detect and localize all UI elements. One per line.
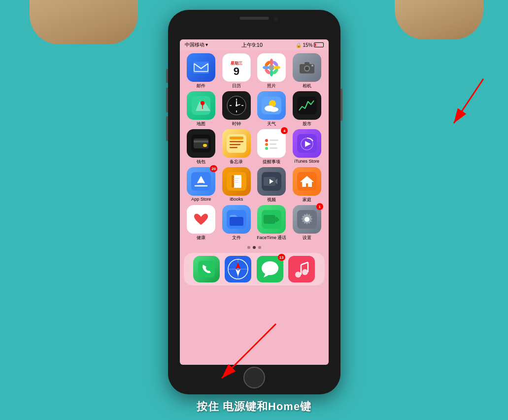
app-mail[interactable]: 邮件: [185, 53, 218, 89]
svg-point-15: [305, 67, 309, 70]
svg-point-89: [302, 269, 308, 275]
app-photos-label: 照片: [267, 83, 276, 89]
svg-rect-60: [234, 178, 239, 179]
svg-rect-39: [230, 141, 243, 142]
svg-point-7: [263, 66, 270, 70]
app-settings[interactable]: 1 设置: [290, 205, 324, 241]
app-appstore[interactable]: 20 App Store: [185, 167, 218, 203]
dock: 13: [184, 253, 325, 285]
battery-info: 🔒 15%: [296, 42, 323, 48]
app-camera[interactable]: 相机: [290, 53, 324, 89]
calendar-day: 9: [234, 66, 239, 77]
home-button[interactable]: [243, 367, 265, 388]
svg-point-85: [262, 261, 278, 275]
svg-rect-35: [194, 139, 208, 148]
app-stocks-label: 股市: [303, 121, 311, 127]
svg-rect-41: [230, 147, 237, 148]
dock-messages[interactable]: 13: [257, 256, 283, 282]
app-grid: 邮件 星期三 9 日历: [180, 50, 329, 244]
svg-point-88: [295, 272, 301, 278]
svg-point-17: [311, 65, 313, 67]
app-weather-label: 天气: [267, 121, 276, 127]
app-homeapp[interactable]: 家庭: [290, 167, 324, 203]
battery-bar: [314, 42, 324, 47]
app-files[interactable]: 文件: [220, 205, 253, 241]
svg-rect-37: [203, 144, 207, 147]
app-itunes-label: iTunes Store: [294, 159, 319, 164]
battery-lock-icon: 🔒: [296, 42, 302, 48]
svg-rect-62: [234, 182, 239, 183]
speaker-grill: [239, 17, 269, 20]
app-camera-label: 相机: [303, 83, 311, 89]
svg-rect-70: [230, 217, 243, 226]
app-appstore-label: App Store: [191, 197, 211, 202]
app-calendar-label: 日历: [232, 83, 241, 89]
app-mail-label: 邮件: [197, 83, 205, 89]
svg-point-32: [269, 107, 278, 112]
app-videos[interactable]: 视频: [255, 167, 289, 203]
app-calendar[interactable]: 星期三 9 日历: [220, 53, 253, 89]
svg-rect-36: [194, 140, 208, 142]
svg-point-6: [270, 70, 273, 76]
app-maps[interactable]: 地图: [185, 91, 218, 127]
app-facetime-label: FaceTime 通话: [257, 235, 286, 241]
page-dots: [180, 244, 329, 251]
app-health[interactable]: 健康: [185, 205, 218, 241]
phone-screen: 中国移动 ▾ 上午9:10 🔒 15% 邮件 星期: [180, 39, 329, 365]
app-clock[interactable]: 时钟: [220, 91, 253, 127]
app-facetime[interactable]: FaceTime 通话: [255, 205, 289, 241]
status-bar: 中国移动 ▾ 上午9:10 🔒 15%: [180, 39, 329, 50]
svg-point-5: [270, 59, 273, 66]
svg-point-48: [265, 147, 268, 150]
battery-percent: 15%: [303, 42, 312, 48]
front-camera: [274, 17, 278, 21]
bottom-instruction: 按住 电源键和Home键: [0, 399, 508, 414]
dot-1: [247, 246, 250, 249]
app-notes[interactable]: 备忘录: [220, 129, 253, 165]
svg-rect-77: [198, 261, 215, 278]
messages-badge: 13: [278, 254, 285, 261]
svg-rect-42: [230, 137, 243, 140]
app-homeapp-label: 家庭: [303, 197, 311, 203]
reminders-badge: 4: [281, 127, 288, 134]
svg-point-44: [265, 139, 268, 142]
svg-point-76: [305, 217, 309, 222]
dot-2: [253, 246, 256, 249]
app-stocks[interactable]: 股市: [290, 91, 324, 127]
svg-rect-47: [270, 143, 276, 145]
svg-rect-61: [234, 180, 238, 181]
time-display: 上午9:10: [241, 41, 263, 49]
app-wallet[interactable]: 钱包: [185, 129, 218, 165]
svg-point-8: [273, 66, 280, 70]
app-reminders-label: 提醒事项: [263, 159, 280, 165]
settings-badge: 1: [316, 203, 323, 210]
phone-device: 中国移动 ▾ 上午9:10 🔒 15% 邮件 星期: [168, 10, 340, 394]
app-wallet-label: 钱包: [197, 159, 205, 165]
dock-music[interactable]: [288, 256, 315, 282]
app-ibooks-label: iBooks: [230, 197, 243, 202]
app-settings-label: 设置: [303, 235, 311, 241]
svg-point-28: [236, 105, 237, 106]
svg-rect-72: [264, 215, 275, 224]
svg-point-19: [201, 101, 204, 105]
app-itunes[interactable]: iTunes Store: [290, 129, 324, 165]
carrier-signal: 中国移动 ▾: [185, 41, 208, 48]
svg-rect-33: [297, 97, 317, 114]
app-videos-label: 视频: [267, 197, 276, 203]
app-notes-label: 备忘录: [230, 159, 243, 165]
app-reminders[interactable]: 4 提醒事项: [255, 129, 289, 165]
dot-3: [258, 246, 261, 249]
svg-rect-45: [270, 140, 278, 141]
dock-safari[interactable]: [225, 256, 251, 282]
app-clock-label: 时钟: [232, 121, 241, 127]
app-weather[interactable]: 天气: [255, 91, 289, 127]
app-photos[interactable]: 照片: [255, 53, 289, 89]
appstore-badge: 20: [210, 165, 217, 172]
dock-phone[interactable]: [193, 256, 220, 282]
svg-rect-59: [232, 175, 234, 188]
app-maps-label: 地图: [197, 121, 205, 127]
svg-point-46: [265, 143, 268, 146]
svg-rect-40: [230, 144, 240, 145]
svg-rect-16: [305, 62, 309, 65]
app-ibooks[interactable]: iBooks: [220, 167, 253, 203]
